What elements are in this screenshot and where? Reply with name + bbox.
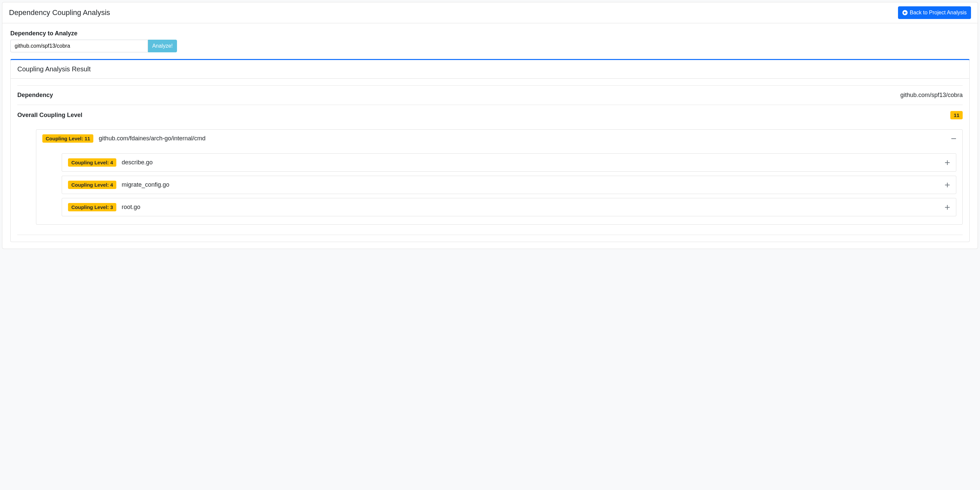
page-title: Dependency Coupling Analysis (9, 8, 110, 17)
card-header: Dependency Coupling Analysis Back to Pro… (2, 2, 978, 23)
coupling-level-badge: Coupling Level: 4 (68, 158, 116, 167)
arrow-circle-left-icon (902, 10, 908, 15)
result-title: Coupling Analysis Result (18, 65, 963, 73)
coupling-level-badge: Coupling Level: 3 (68, 203, 116, 212)
minus-icon (951, 136, 956, 142)
summary-row-overall: Overall Coupling Level 11 (18, 105, 963, 125)
coupling-level-badge: Coupling Level: 4 (68, 181, 116, 189)
tree-node-header[interactable]: Coupling Level: 3 root.go (62, 198, 956, 216)
tree-node-file: Coupling Level: 3 root.go (62, 198, 956, 216)
result-card: Coupling Analysis Result Dependency gith… (10, 59, 970, 242)
summary-row-dependency: Dependency github.com/spf13/cobra (18, 85, 963, 105)
back-button[interactable]: Back to Project Analysis (898, 6, 971, 19)
dependency-label: Dependency (18, 92, 53, 99)
dependency-value: github.com/spf13/cobra (900, 92, 963, 99)
dependency-input-label: Dependency to Analyze (10, 30, 970, 37)
file-name: describe.go (122, 159, 939, 166)
plus-icon (945, 205, 950, 210)
result-card-header: Coupling Analysis Result (11, 60, 969, 79)
svg-rect-2 (947, 160, 948, 165)
main-card: Dependency Coupling Analysis Back to Pro… (2, 2, 978, 249)
plus-icon (945, 182, 950, 188)
plus-icon (945, 160, 950, 165)
svg-rect-0 (951, 138, 956, 139)
analyze-button[interactable]: Analyze! (148, 40, 177, 52)
card-body: Dependency to Analyze Analyze! Coupling … (2, 23, 978, 249)
analyze-input-group: Analyze! (10, 40, 177, 52)
overall-coupling-badge: 11 (950, 111, 963, 119)
tree-node-package: Coupling Level: 11 github.com/fdaines/ar… (36, 129, 963, 225)
file-name: migrate_config.go (122, 181, 939, 188)
tree-node-file: Coupling Level: 4 migrate_config.go (62, 176, 956, 194)
tree-node-header[interactable]: Coupling Level: 11 github.com/fdaines/ar… (37, 130, 963, 147)
svg-rect-4 (947, 183, 948, 187)
svg-rect-6 (947, 205, 948, 210)
tree-node-file: Coupling Level: 4 describe.go (62, 153, 956, 172)
back-button-label: Back to Project Analysis (910, 9, 967, 17)
package-path: github.com/fdaines/arch-go/internal/cmd (99, 135, 946, 142)
tree-node-header[interactable]: Coupling Level: 4 migrate_config.go (62, 176, 956, 194)
dependency-input[interactable] (10, 40, 148, 52)
file-name: root.go (122, 204, 939, 211)
result-body: Dependency github.com/spf13/cobra Overal… (11, 79, 969, 242)
overall-label: Overall Coupling Level (18, 112, 82, 119)
tree-node-children: Coupling Level: 4 describe.go Coupling L… (37, 147, 963, 224)
tree-node-header[interactable]: Coupling Level: 4 describe.go (62, 154, 956, 171)
coupling-tree: Coupling Level: 11 github.com/fdaines/ar… (18, 125, 963, 235)
coupling-level-badge: Coupling Level: 11 (42, 134, 93, 143)
